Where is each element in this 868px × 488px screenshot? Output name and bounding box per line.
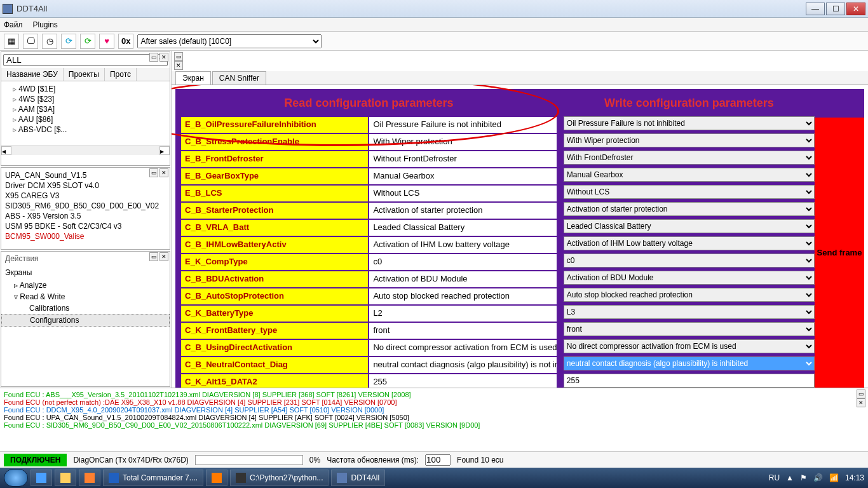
maximize-button[interactable]: ☐ <box>826 3 845 15</box>
filter-select[interactable]: ALL <box>3 54 168 66</box>
write-select[interactable]: No direct compressor activation from ECM… <box>564 339 815 353</box>
menu-plugins[interactable]: Plugins <box>33 20 58 29</box>
param-name: C_K_FrontBattery_type <box>180 322 369 339</box>
tab-proto[interactable]: Протс <box>105 68 137 81</box>
taskbar-ie[interactable] <box>31 470 52 486</box>
monitor-icon[interactable]: 🖵 <box>23 34 38 49</box>
tab-can-sniffer[interactable]: CAN Sniffer <box>212 71 266 85</box>
taskbar-firefox[interactable] <box>206 470 227 486</box>
connection-status: ПОДКЛЮЧЕН <box>4 454 67 466</box>
tray-volume-icon[interactable]: 🔊 <box>813 473 823 482</box>
sync-icon[interactable]: ⟳ <box>80 34 95 49</box>
tree-readwrite[interactable]: ▿ Read & Write <box>1 291 170 302</box>
param-value: 255 <box>369 374 557 388</box>
write-input[interactable] <box>564 374 815 388</box>
refresh-icon[interactable]: ⟳ <box>61 34 76 49</box>
param-name: E_B_OilPressureFailureInhibition <box>180 116 369 133</box>
xml-list-item[interactable]: SID305_RM6_9D0_B50_C90_D00_E00_V02 <box>1 201 170 211</box>
tray-network-icon[interactable]: 📶 <box>829 473 839 482</box>
undock-icon[interactable]: ▭ <box>149 252 158 261</box>
window-titlebar: DDT4All — ☐ ✕ <box>0 0 868 18</box>
log-line: Found ECU : UPA_CAN_Sound_V1.5_20100209T… <box>4 414 864 421</box>
log-line: Found ECU (not perfect match) :DAE X95_X… <box>4 398 864 406</box>
write-select[interactable]: Activation of starter protection <box>564 202 815 216</box>
taskbar-media[interactable] <box>79 470 100 486</box>
session-select[interactable]: After sales (default) [10C0] <box>137 34 322 48</box>
close-button[interactable]: ✕ <box>846 3 865 15</box>
close-panel-icon[interactable]: ✕ <box>159 53 168 62</box>
write-select[interactable]: Without LCS <box>564 185 815 199</box>
write-select[interactable]: L3 <box>564 305 815 319</box>
undock-icon[interactable]: ▭ <box>149 168 158 177</box>
window-title: DDT4All <box>17 4 47 13</box>
write-row: Oil Pressure Failure is not inhibited <box>564 116 815 133</box>
write-select[interactable]: With FrontDefroster <box>564 151 815 165</box>
xml-list-item[interactable]: UPA_CAN_Sound_V1.5 <box>1 170 170 180</box>
taskbar-app-3[interactable]: DDT4All <box>331 470 385 486</box>
xml-list-item[interactable]: BCM95_SW000_Valise <box>1 231 170 241</box>
xml-list-item[interactable]: ABS - X95 Version 3.5 <box>1 211 170 221</box>
tree-analyze[interactable]: ▹ Analyze <box>1 280 170 291</box>
tree-calibrations[interactable]: Calibrations <box>1 302 170 314</box>
tab-ecu-name[interactable]: Название ЭБУ <box>1 68 64 81</box>
ecu-tree-item[interactable]: ABS-VDC [$... <box>5 125 166 135</box>
ecu-tree-item[interactable]: 4WS [$23] <box>5 94 166 104</box>
undock-icon[interactable]: ▭ <box>174 52 183 61</box>
h-scrollbar[interactable]: ◂▸ <box>1 145 170 155</box>
menu-file[interactable]: Файл <box>4 20 23 29</box>
close-panel-icon[interactable]: ✕ <box>159 168 168 177</box>
ecu-tree-item[interactable]: AAU [$86] <box>5 114 166 125</box>
tab-screen[interactable]: Экран <box>175 71 211 85</box>
write-select[interactable]: neutral contact diagnosis (algo plausibi… <box>564 356 815 370</box>
progress-pct: 0% <box>309 456 320 464</box>
gauge-icon[interactable]: ◷ <box>42 34 57 49</box>
taskbar-app-2[interactable]: C:\Python27\python... <box>230 470 329 486</box>
write-select[interactable]: Oil Pressure Failure is not inhibited <box>564 116 815 130</box>
qr-icon[interactable]: ▦ <box>4 34 19 49</box>
refresh-freq-input[interactable] <box>425 454 451 466</box>
write-select[interactable]: Leaded Classical Battery <box>564 219 815 233</box>
heart-icon[interactable]: ♥ <box>99 34 114 49</box>
ecu-tree-item[interactable]: AAM [$3A] <box>5 104 166 114</box>
write-row: front <box>564 322 815 339</box>
ecu-tree[interactable]: 4WD [$1E]4WS [$23]AAM [$3A]AAU [$86]ABS-… <box>1 81 170 145</box>
close-panel-icon[interactable]: ✕ <box>174 61 183 70</box>
start-button[interactable] <box>4 469 28 487</box>
log-line: Found ECU : DDCM_X95_4.0_20090204T091037… <box>4 406 864 414</box>
write-select[interactable]: Manual Gearbox <box>564 168 815 182</box>
xml-list-item[interactable]: X95 CAREG V3 <box>1 191 170 201</box>
minimize-button[interactable]: — <box>806 3 825 15</box>
read-row: E_B_GearBoxTypeManual Gearbox <box>180 168 557 185</box>
ecu-tree-item[interactable]: 4WD [$1E] <box>5 84 166 94</box>
xml-list-item[interactable]: USM 95 BDKE - Soft C2/C3/C4 v3 <box>1 221 170 231</box>
close-panel-icon[interactable]: ✕ <box>857 398 865 407</box>
undock-icon[interactable]: ▭ <box>149 53 158 62</box>
param-value: Manual Gearbox <box>369 168 557 185</box>
tray-flag-icon[interactable]: ▲ <box>786 473 794 482</box>
write-select[interactable]: With Wiper protection <box>564 133 815 147</box>
tree-configurations[interactable]: Configurations <box>1 314 170 327</box>
xml-list-item[interactable]: Driver DCM X95 SLOT v4.0 <box>1 180 170 191</box>
close-panel-icon[interactable]: ✕ <box>159 252 168 261</box>
taskbar: Total Commander 7.... C:\Python27\python… <box>0 468 868 488</box>
write-select[interactable]: front <box>564 322 815 336</box>
write-select[interactable]: c0 <box>564 254 815 268</box>
write-row: L3 <box>564 305 815 322</box>
taskbar-app-1[interactable]: Total Commander 7.... <box>103 470 203 486</box>
write-select[interactable]: Auto stop blocked reached protection <box>564 288 815 302</box>
tray-action-center-icon[interactable]: ⚑ <box>800 473 807 482</box>
tray-clock[interactable]: 14:13 <box>845 473 864 482</box>
read-row: C_B_VRLA_BattLeaded Classical Battery <box>180 219 557 236</box>
send-frame-button[interactable]: Send frame <box>815 118 864 388</box>
tray-lang[interactable]: RU <box>769 473 780 482</box>
undock-icon[interactable]: ▭ <box>857 390 865 398</box>
write-select[interactable]: Activation of BDU Module <box>564 271 815 285</box>
param-name: C_B_StarterProtection <box>180 202 369 219</box>
write-select[interactable]: Activation of IHM Low battery voltage <box>564 236 815 250</box>
param-value: Leaded Classical Battery <box>369 219 557 236</box>
param-value: Oil Pressure Failure is not inhibited <box>369 116 557 133</box>
tab-projects[interactable]: Проекты <box>64 68 105 81</box>
hex-button[interactable]: 0x <box>118 34 133 49</box>
taskbar-explorer[interactable] <box>55 470 76 486</box>
xml-list[interactable]: UPA_CAN_Sound_V1.5Driver DCM X95 SLOT v4… <box>1 168 170 241</box>
